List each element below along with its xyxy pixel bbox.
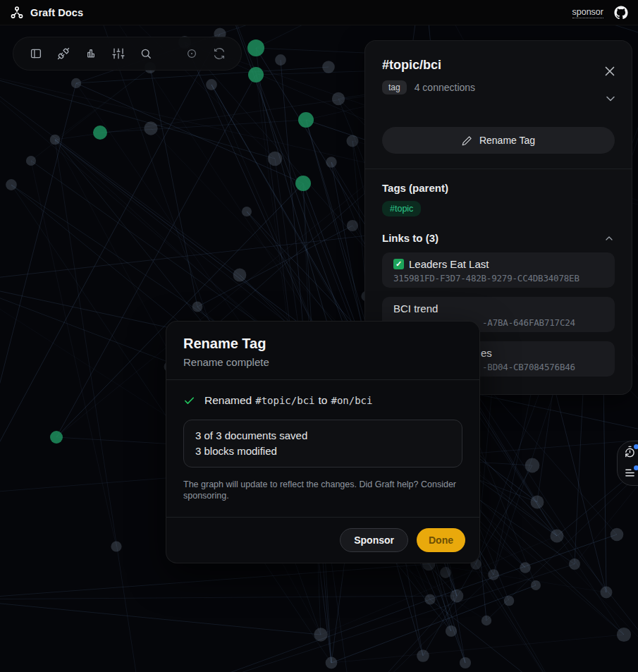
type-badge: tag: [382, 80, 407, 94]
link-title: BCI trend: [393, 302, 438, 315]
tags-parent-heading: Tags (parent): [382, 182, 615, 194]
floating-controls: [617, 441, 638, 486]
pencil-icon: [462, 135, 472, 146]
chevron-down-icon[interactable]: [603, 92, 618, 106]
panel-meta: tag 4 connections: [382, 80, 615, 94]
notification-dot: [634, 465, 638, 470]
locate-icon[interactable]: [178, 37, 205, 71]
app-header: Graft Docs sponsor: [0, 0, 638, 25]
divider: [365, 169, 632, 169]
blocks-modified-line: 3 blocks modified: [195, 444, 450, 459]
modal-header: Rename Tag Rename complete: [166, 322, 479, 379]
rename-stats-box: 3 of 3 documents saved 3 blocks modified: [183, 420, 462, 468]
links-to-section-toggle[interactable]: Links to (3): [382, 232, 615, 244]
panel-title: #topic/bci: [382, 58, 615, 73]
modal-footer: Sponsor Done: [166, 517, 479, 563]
rename-result-text: Renamed #topic/bci to #on/bci: [204, 394, 372, 407]
link-title: es: [481, 346, 492, 360]
sponsor-button[interactable]: Sponsor: [340, 528, 408, 552]
check-emoji: ✓: [393, 259, 404, 269]
app-title: Graft Docs: [30, 7, 83, 18]
sponsor-link[interactable]: sponsor: [572, 7, 603, 18]
link-title: Leaders Eat Last: [409, 257, 489, 271]
check-icon: [183, 395, 195, 407]
bar-chart-icon[interactable]: [77, 37, 104, 71]
notification-dot: [634, 444, 638, 449]
display-settings-icon[interactable]: [622, 466, 637, 482]
sliders-icon[interactable]: [104, 37, 132, 71]
rename-tag-button[interactable]: Rename Tag: [382, 127, 615, 154]
documents-saved-line: 3 of 3 documents saved: [195, 428, 450, 444]
link-uuid: 315981FD-F3D7-482B-9279-CC4DB34078EB: [393, 273, 603, 283]
close-icon[interactable]: [602, 63, 618, 79]
graph-logo-icon: [10, 6, 24, 20]
rename-result-row: Renamed #topic/bci to #on/bci: [183, 394, 462, 407]
modal-note: The graph will update to reflect the cha…: [183, 479, 462, 501]
chevron-up-icon: [603, 233, 615, 244]
connections-label: 4 connections: [415, 82, 475, 93]
old-tag-name: #topic/bci: [255, 395, 314, 406]
timer-icon[interactable]: [622, 445, 637, 460]
rename-tag-modal: Rename Tag Rename complete Renamed #topi…: [166, 321, 480, 563]
parent-tag-chip[interactable]: #topic: [382, 201, 421, 216]
graph-toolbar: [13, 37, 242, 71]
modal-title: Rename Tag: [183, 336, 462, 352]
link-item[interactable]: ✓ Leaders Eat Last 315981FD-F3D7-482B-92…: [382, 252, 615, 288]
search-icon[interactable]: [132, 37, 159, 71]
modal-body: Renamed #topic/bci to #on/bci 3 of 3 doc…: [166, 380, 479, 517]
links-to-heading: Links to (3): [382, 232, 438, 244]
modal-subtitle: Rename complete: [183, 356, 462, 368]
unplug-icon[interactable]: [49, 37, 77, 71]
panel-left-icon[interactable]: [22, 37, 49, 71]
github-icon[interactable]: [614, 6, 628, 20]
refresh-icon[interactable]: [205, 37, 233, 71]
done-button[interactable]: Done: [417, 528, 465, 552]
new-tag-name: #on/bci: [331, 395, 372, 406]
